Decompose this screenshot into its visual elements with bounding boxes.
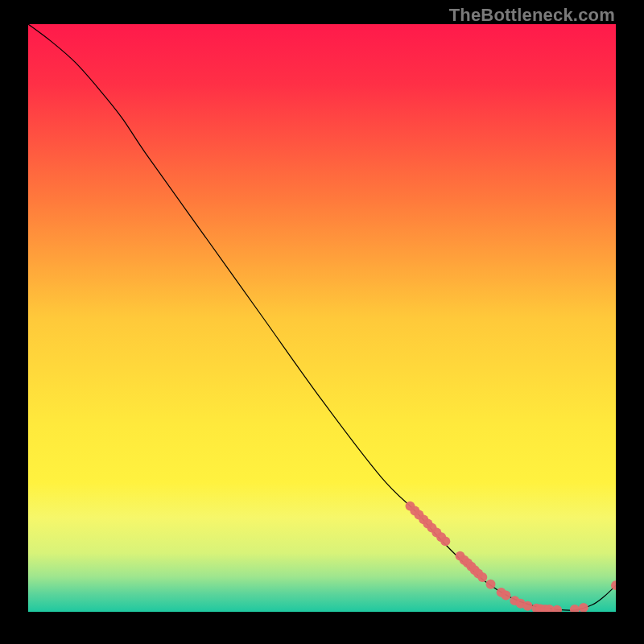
- curve-layer: [28, 24, 616, 612]
- data-marker: [501, 591, 510, 601]
- data-marker: [477, 572, 487, 582]
- data-marker: [570, 605, 580, 612]
- watermark-text: TheBottleneck.com: [449, 5, 615, 26]
- marker-group: [405, 502, 616, 612]
- data-marker: [552, 605, 562, 612]
- chart-stage: TheBottleneck.com: [0, 0, 644, 644]
- data-marker: [579, 603, 588, 612]
- curve-line: [28, 24, 616, 610]
- plot-area: [28, 24, 616, 616]
- data-marker: [611, 580, 616, 590]
- data-marker: [522, 601, 532, 611]
- data-marker: [486, 580, 496, 589]
- data-marker: [440, 536, 450, 546]
